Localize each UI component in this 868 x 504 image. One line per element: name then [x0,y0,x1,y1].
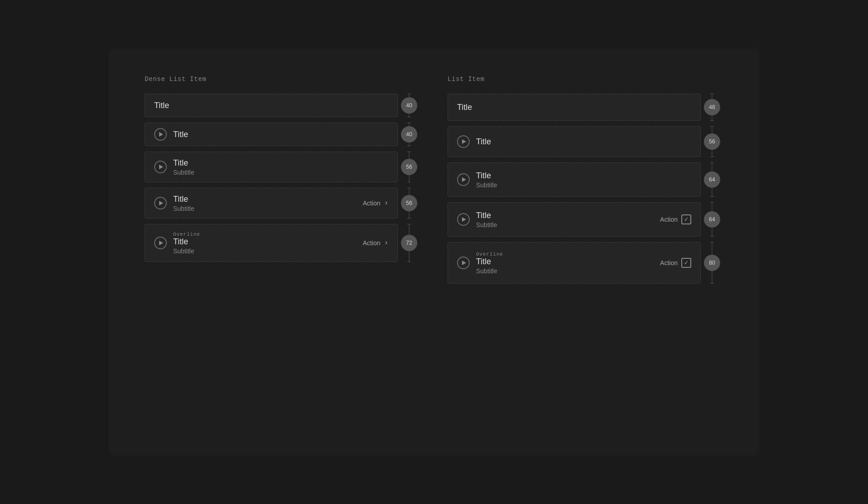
text-group: TitleSubtitle [173,195,194,212]
list-item-box-std-2[interactable]: Title [448,126,701,157]
height-indicator: 40 [398,94,420,117]
list-item-row: OverlineTitleSubtitleAction›72 [145,224,420,262]
title-text: Title [173,158,194,168]
action-label: Action [363,200,380,207]
list-item-row: Title56 [448,126,723,157]
height-badge: 56 [401,159,417,175]
subtitle-text: Subtitle [173,169,194,176]
list-item-box-std-5[interactable]: OverlineTitleSubtitleAction [448,242,701,284]
height-indicator: 48 [701,94,723,121]
title-text: Title [476,171,497,181]
checkbox-icon[interactable] [681,258,691,268]
play-icon[interactable] [457,173,470,186]
tick-bottom [710,120,714,121]
list-item-row: TitleSubtitle56 [145,152,420,182]
action-area: Action [651,258,691,268]
title-text: Title [457,103,472,112]
tick-bottom [710,283,714,284]
action-label: Action [363,239,380,247]
height-indicator: 56 [398,188,420,219]
tick-bottom [407,218,411,219]
height-badge: 40 [401,126,417,143]
height-line-top [712,94,712,99]
action-area: Action› [354,239,388,247]
height-badge: 64 [704,171,720,188]
height-line-bottom [409,175,410,182]
action-label: Action [660,259,678,266]
list-item-row: TitleSubtitleAction64 [448,202,723,237]
tick-bottom [407,146,411,146]
title-text: Title [173,237,200,247]
height-indicator: 40 [398,123,420,146]
title-text: Title [476,137,491,147]
play-icon[interactable] [457,257,470,269]
list-item-box-dense-1[interactable]: Title [145,94,398,117]
height-line-top [712,242,712,255]
title-text: Title [173,195,194,204]
chevron-icon[interactable]: › [384,239,388,247]
height-line-top [712,202,712,211]
list-item-box-dense-3[interactable]: TitleSubtitle [145,152,398,182]
list-item-box-dense-5[interactable]: OverlineTitleSubtitleAction› [145,224,398,262]
tick-bottom [710,196,714,197]
play-icon[interactable] [154,128,167,141]
height-indicator: 64 [701,162,723,197]
columns-layout: Dense List ItemTitle40Title40TitleSubtit… [145,76,723,284]
column-dense: Dense List ItemTitle40Title40TitleSubtit… [145,76,420,284]
list-item-row: TitleSubtitle64 [448,162,723,197]
height-line-top [409,152,410,159]
text-group: Title [457,103,472,112]
text-group: TitleSubtitle [476,171,497,189]
text-group: OverlineTitleSubtitle [173,232,200,255]
play-icon[interactable] [154,161,167,173]
height-indicator: 80 [701,242,723,284]
height-indicator: 72 [398,224,420,262]
list-item-content: TitleSubtitleAction [457,211,691,228]
list-items-group-dense: Title40Title40TitleSubtitle56TitleSubtit… [145,94,420,262]
play-icon[interactable] [457,213,470,226]
play-icon[interactable] [154,237,167,249]
height-line-top [409,94,410,97]
height-line-bottom [712,228,712,237]
subtitle-text: Subtitle [476,181,497,189]
height-line-top [712,126,712,133]
chevron-icon[interactable]: › [384,199,388,207]
list-item-content: Title [457,103,691,112]
height-badge: 72 [401,235,417,251]
text-group: OverlineTitleSubtitle [476,252,503,275]
list-item-row: Title48 [448,94,723,121]
column-standard: List ItemTitle48Title56TitleSubtitle64Ti… [448,76,723,284]
list-items-group-standard: Title48Title56TitleSubtitle64TitleSubtit… [448,94,723,284]
height-line-top [712,162,712,171]
height-badge: 48 [704,99,720,115]
list-item-content: OverlineTitleSubtitleAction [457,252,691,275]
subtitle-text: Subtitle [476,267,503,275]
height-line-bottom [409,211,410,219]
height-indicator: 56 [701,126,723,157]
column-header-standard: List Item [448,76,723,83]
height-badge: 64 [704,211,720,228]
overline-text: Overline [173,232,200,237]
list-item-box-std-4[interactable]: TitleSubtitleAction [448,202,701,237]
height-line-bottom [712,150,712,157]
play-icon[interactable] [457,135,470,148]
list-item-box-dense-2[interactable]: Title [145,123,398,146]
title-text: Title [476,211,497,220]
text-group: TitleSubtitle [173,158,194,176]
height-badge: 40 [401,97,417,114]
subtitle-text: Subtitle [476,221,497,228]
column-header-dense: Dense List Item [145,76,420,83]
height-line-top [409,123,410,126]
checkbox-icon[interactable] [681,214,691,224]
list-item-box-std-1[interactable]: Title [448,94,701,121]
play-icon[interactable] [154,197,167,209]
list-item-content: Title [154,128,388,141]
list-item-box-dense-4[interactable]: TitleSubtitleAction› [145,188,398,219]
title-text: Title [154,101,169,110]
height-badge: 56 [704,133,720,150]
height-line-bottom [712,271,712,284]
list-item-row: Title40 [145,94,420,117]
list-item-box-std-3[interactable]: TitleSubtitle [448,162,701,197]
tick-bottom [407,262,411,262]
height-line-bottom [712,188,712,197]
